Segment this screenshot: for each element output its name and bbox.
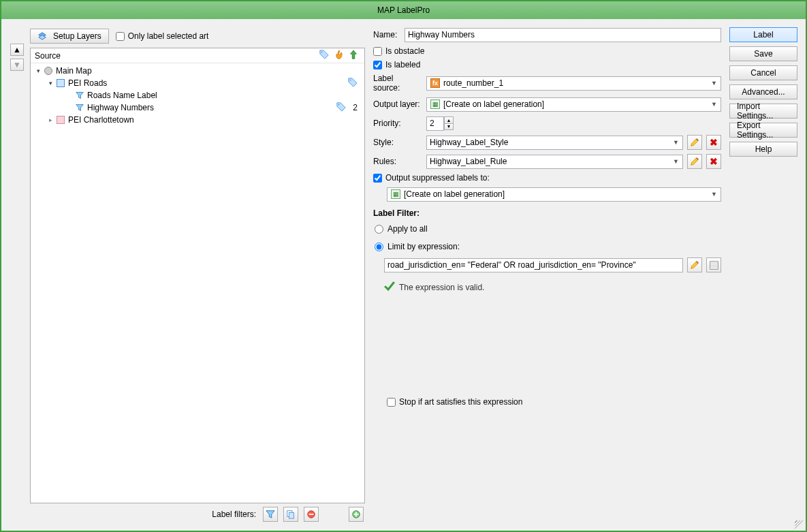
only-label-selected-label: Only label selected art: [128, 31, 209, 41]
left-footer: Label filters:: [30, 503, 365, 522]
tag-icon: [336, 102, 346, 114]
expression-valid-text: The expression is valid.: [399, 283, 484, 292]
output-layer-value: [Create on label generation]: [443, 99, 544, 109]
new-layer-icon: ▦: [390, 189, 401, 200]
rules-value: Highway_Label_Rule: [430, 157, 507, 166]
rules-delete-button[interactable]: ✖: [706, 154, 721, 169]
new-layer-icon: ▦: [430, 99, 441, 110]
tree-node-roads-name-label[interactable]: Roads Name Label: [31, 89, 364, 101]
stop-if-label: Stop if art satisfies this expression: [399, 397, 522, 407]
output-suppressed-checkbox[interactable]: Output suppressed labels to:: [373, 173, 721, 183]
help-button[interactable]: Help: [729, 142, 797, 157]
node-label: Highway Numbers: [87, 103, 154, 112]
label-source-select[interactable]: fx route_number_1 ▼: [426, 76, 721, 91]
priority-input[interactable]: [426, 116, 444, 131]
priority-spinner[interactable]: ▲ ▼: [426, 116, 454, 131]
right-button-pane: Label Save Cancel Advanced... Import Set…: [729, 27, 797, 522]
up-arrow-icon[interactable]: [349, 50, 358, 61]
expression-clear-button[interactable]: [706, 257, 721, 272]
chevron-down-icon: ▼: [671, 138, 681, 148]
rules-edit-button[interactable]: [687, 154, 702, 169]
expression-input[interactable]: [384, 258, 683, 272]
left-pane: Setup Layers Only label selected art Sou…: [30, 27, 365, 522]
name-label: Name:: [373, 30, 400, 40]
style-label: Style:: [373, 138, 422, 147]
node-count: 2: [353, 103, 358, 112]
tree-header-label: Source: [35, 51, 319, 61]
left-toolbar: Setup Layers Only label selected art: [30, 27, 365, 45]
limit-by-expression-label: Limit by expression:: [387, 242, 460, 251]
tree-node-pei-charlottetown[interactable]: PEI Charlottetown: [31, 114, 364, 126]
import-settings-button[interactable]: Import Settings...: [729, 104, 797, 119]
tree-node-main-map[interactable]: Main Map: [31, 65, 364, 77]
output-layer-label: Output layer:: [373, 99, 422, 109]
stop-if-checkbox[interactable]: Stop if art satisfies this expression: [387, 397, 721, 407]
export-settings-button[interactable]: Export Settings...: [729, 123, 797, 138]
urban-icon: [56, 115, 65, 125]
priority-label: Priority:: [373, 119, 422, 128]
output-suppressed-value: [Create on label generation]: [404, 189, 505, 199]
spin-up-button[interactable]: ▲: [444, 116, 454, 123]
title-bar: MAP LabelPro: [1, 1, 806, 19]
expander-icon[interactable]: [35, 67, 42, 74]
advanced-button[interactable]: Advanced...: [729, 84, 797, 99]
move-down-button[interactable]: ▼: [10, 59, 24, 71]
flame-icon[interactable]: [334, 50, 344, 61]
expander-icon[interactable]: [47, 80, 54, 87]
spin-down-button[interactable]: ▼: [444, 123, 454, 130]
apply-to-all-label: Apply to all: [387, 224, 428, 234]
move-up-button[interactable]: ▲: [10, 44, 24, 56]
funnel-icon: [75, 103, 84, 112]
is-labeled-checkbox[interactable]: Is labeled: [373, 60, 721, 69]
expander-icon[interactable]: [47, 116, 54, 123]
setup-layers-button[interactable]: Setup Layers: [30, 29, 109, 44]
tag-icon[interactable]: [319, 50, 329, 61]
svg-rect-6: [289, 512, 294, 518]
node-label: Main Map: [56, 66, 92, 76]
is-obstacle-checkbox[interactable]: Is obstacle: [373, 46, 721, 56]
filter-funnel-button[interactable]: [263, 507, 278, 522]
tree-node-highway-numbers[interactable]: Highway Numbers 2: [31, 101, 364, 114]
apply-to-all-radio[interactable]: Apply to all: [375, 222, 721, 236]
name-input[interactable]: [405, 28, 721, 42]
expression-edit-button[interactable]: [687, 257, 702, 272]
save-button[interactable]: Save: [729, 46, 797, 61]
resize-grip[interactable]: [795, 520, 803, 529]
limit-by-expression-radio[interactable]: Limit by expression:: [375, 240, 721, 253]
rules-select[interactable]: Highway_Label_Rule ▼: [426, 155, 683, 169]
svg-rect-8: [309, 514, 314, 515]
tag-icon: [348, 78, 358, 89]
label-button[interactable]: Label: [729, 27, 797, 42]
add-button[interactable]: [349, 507, 364, 522]
chevron-down-icon: ▼: [709, 78, 719, 89]
rules-label: Rules:: [373, 157, 422, 166]
copy-button[interactable]: [283, 507, 298, 522]
trash-icon: [710, 261, 718, 270]
node-label: PEI Roads: [68, 78, 107, 88]
style-edit-button[interactable]: [687, 135, 702, 150]
style-delete-button[interactable]: ✖: [706, 135, 721, 150]
funnel-icon: [75, 91, 84, 100]
node-label: Roads Name Label: [87, 91, 157, 100]
label-source-value: route_number_1: [443, 78, 503, 88]
only-label-selected-checkbox[interactable]: Only label selected art: [116, 31, 209, 41]
tree-body: Main Map PEI Roads Roads Name Label: [31, 63, 364, 503]
svg-point-4: [338, 104, 340, 105]
node-label: PEI Charlottetown: [68, 115, 134, 125]
expression-valid-row: The expression is valid.: [384, 281, 721, 294]
output-layer-select[interactable]: ▦ [Create on label generation] ▼: [426, 97, 721, 112]
tree-node-pei-roads[interactable]: PEI Roads: [31, 77, 364, 89]
chevron-down-icon: ▼: [671, 157, 681, 167]
field-icon: fx: [430, 78, 441, 89]
output-suppressed-select[interactable]: ▦ [Create on label generation] ▼: [387, 187, 721, 202]
window: MAP LabelPro ▲ ▼ Setup Layers Only label…: [0, 0, 807, 532]
reorder-column: ▲ ▼: [10, 27, 25, 522]
source-tree[interactable]: Source Main Map: [30, 48, 365, 503]
cancel-button[interactable]: Cancel: [729, 65, 797, 80]
remove-button[interactable]: [304, 507, 319, 522]
svg-point-2: [321, 52, 323, 53]
is-obstacle-label: Is obstacle: [385, 46, 424, 56]
style-select[interactable]: Highway_Label_Style ▼: [426, 136, 683, 150]
window-title: MAP LabelPro: [377, 5, 430, 15]
label-source-label: Label source:: [373, 74, 422, 93]
